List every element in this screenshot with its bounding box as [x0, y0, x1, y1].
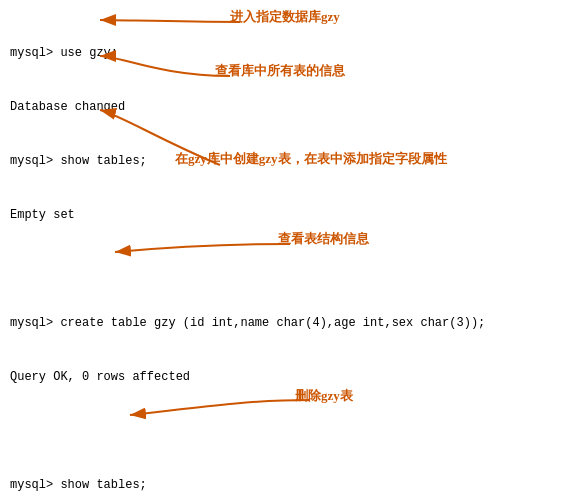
line-5	[10, 260, 552, 278]
annotation-2: 查看库中所有表的信息	[215, 62, 345, 80]
line-7: Query OK, 0 rows affected	[10, 368, 552, 386]
line-8	[10, 422, 552, 440]
annotation-1: 进入指定数据库gzy	[230, 8, 340, 26]
line-6: mysql> create table gzy (id int,name cha…	[10, 314, 552, 332]
annotation-4: 查看表结构信息	[278, 230, 369, 248]
annotation-5: 删除gzy表	[295, 387, 353, 405]
line-1: mysql> use gzy;	[10, 44, 552, 62]
line-4: Empty set	[10, 206, 552, 224]
line-2: Database changed	[10, 98, 552, 116]
annotation-3: 在gzy库中创建gzy表，在表中添加指定字段属性	[175, 150, 447, 168]
line-9: mysql> show tables;	[10, 476, 552, 494]
